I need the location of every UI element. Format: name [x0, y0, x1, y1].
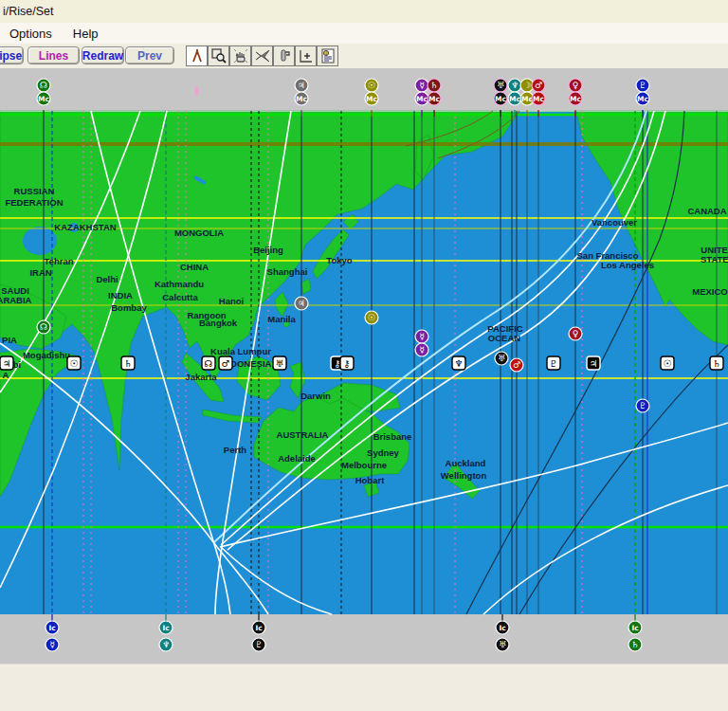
map-label: Jakarta	[185, 372, 217, 382]
svg-text:♃: ♃	[298, 299, 305, 308]
roller-tool-icon[interactable]	[273, 46, 295, 66]
map-label: Shanghai	[267, 266, 308, 277]
svg-text:☉: ☉	[70, 358, 79, 369]
zenith-marker: ☿	[415, 343, 428, 356]
zenith-marker: ☉	[365, 311, 378, 324]
prev-button[interactable]: Prev	[125, 46, 174, 64]
svg-text:♄: ♄	[631, 640, 639, 649]
svg-text:☿: ☿	[419, 332, 425, 341]
map-label: Los Angeles	[601, 260, 654, 270]
taskbar	[0, 664, 728, 711]
menu-options[interactable]: Options	[0, 25, 62, 43]
svg-text:☊: ☊	[40, 322, 47, 332]
planet-line-box: ☊	[202, 356, 215, 370]
map-label: KAZAKHSTAN	[54, 222, 116, 232]
menu-help[interactable]: Help	[64, 25, 108, 43]
svg-text:♅: ♅	[499, 640, 506, 649]
svg-text:i: i	[325, 50, 326, 56]
plane-tool-icon[interactable]	[251, 46, 273, 66]
planet-line-box: ♃	[0, 356, 13, 370]
crosshair-tool-icon[interactable]	[295, 46, 317, 66]
svg-text:♂: ♂	[222, 358, 230, 369]
map-label: AUSTRALIA	[277, 429, 329, 440]
map-label: Delhi	[96, 274, 118, 284]
svg-text:☿: ☿	[49, 640, 55, 649]
map-label: OCEAN	[488, 333, 520, 343]
svg-text:♂: ♂	[535, 81, 542, 90]
map-label: Perth	[224, 445, 246, 455]
svg-text:⚷: ⚷	[343, 358, 350, 369]
svg-text:♃: ♃	[3, 358, 11, 369]
svg-text:Mc: Mc	[533, 95, 544, 103]
map-label: Brisbane	[373, 431, 412, 442]
svg-text:♇: ♇	[639, 81, 646, 90]
map-label: Manila	[267, 314, 296, 324]
map-label: Tehran	[45, 256, 74, 266]
svg-text:♅: ♅	[497, 81, 504, 90]
zenith-marker: ♅	[495, 352, 508, 365]
info-doc-icon[interactable]: i	[317, 46, 338, 66]
map-label: Melbourne	[341, 460, 387, 470]
map-label: Kuala Lumpur	[210, 346, 271, 356]
planet-line-box: ☉	[67, 356, 81, 370]
svg-text:☿: ☿	[419, 81, 425, 90]
svg-text:Mc: Mc	[366, 95, 377, 103]
svg-text:♇: ♇	[639, 401, 646, 410]
svg-text:Mc: Mc	[495, 95, 506, 103]
svg-text:☉: ☉	[368, 81, 375, 90]
zoom-tool-icon[interactable]	[208, 46, 229, 66]
map-label: IRAN	[29, 267, 51, 278]
svg-text:Mc: Mc	[428, 95, 440, 103]
screen: { "window": { "title": "i/Rise/Set" }, "…	[0, 0, 728, 711]
map-label: Vancouver	[592, 217, 637, 228]
svg-text:♄: ♄	[124, 358, 133, 369]
svg-text:Mc: Mc	[521, 95, 533, 103]
pan-hand-icon[interactable]	[229, 46, 251, 66]
svg-text:Ic: Ic	[631, 624, 638, 632]
planet-line-box: ♄	[121, 356, 135, 370]
map-label: Hobart	[355, 475, 385, 485]
zenith-marker: ♂	[510, 358, 523, 372]
map-label: PIA	[2, 335, 17, 345]
svg-text:Ic: Ic	[162, 624, 169, 632]
zenith-marker: ♀	[569, 327, 582, 340]
svg-text:Ic: Ic	[255, 624, 262, 632]
zenith-marker: ☿	[415, 330, 428, 343]
divider-tool-icon[interactable]	[186, 46, 208, 66]
svg-text:♇: ♇	[550, 358, 558, 369]
window-titlebar[interactable]: i/Rise/Set	[0, 0, 728, 23]
map-label: Adelaide	[278, 453, 316, 464]
svg-text:☉: ☉	[664, 358, 672, 369]
svg-text:♆: ♆	[511, 81, 519, 90]
svg-text:♀: ♀	[573, 81, 579, 90]
map-label: Sydney	[367, 447, 400, 458]
map-label: CANADA	[687, 206, 726, 216]
map-label: INDIA	[108, 290, 133, 301]
planet-line-box: ♅	[273, 356, 286, 370]
svg-text:Mc: Mc	[509, 95, 520, 103]
svg-text:☿: ☿	[419, 345, 425, 355]
svg-text:Mc: Mc	[38, 95, 49, 103]
zenith-marker: ♃	[295, 297, 308, 310]
world-map-svg[interactable]: RUSSIANFEDERATIONKAZAKHSTANMONGOLIATehra…	[0, 68, 728, 664]
map-bottom-margin	[0, 614, 728, 664]
svg-text:Mc: Mc	[296, 95, 307, 103]
svg-text:♆: ♆	[455, 358, 464, 369]
map-label: Darwin	[300, 391, 331, 401]
svg-text:☽: ☽	[523, 81, 531, 90]
svg-text:♄: ♄	[430, 81, 438, 90]
tool-icon-group: i	[186, 44, 347, 68]
svg-text:Mc: Mc	[416, 95, 428, 103]
svg-text:♅: ♅	[276, 358, 284, 369]
map-label: bi	[13, 359, 21, 370]
redraw-button[interactable]: Redraw	[82, 46, 124, 64]
map-label: Hanoi	[219, 296, 244, 306]
planet-line-box: ♂	[219, 356, 232, 370]
svg-text:Ic: Ic	[48, 624, 55, 632]
lipse-button[interactable]: lipse	[0, 46, 24, 64]
svg-text:Ic: Ic	[499, 624, 505, 632]
planet-line-box: ⚷	[340, 356, 354, 370]
lines-button[interactable]: Lines	[27, 46, 80, 64]
svg-text:♅: ♅	[498, 354, 505, 363]
astro-map[interactable]: RUSSIANFEDERATIONKAZAKHSTANMONGOLIATehra…	[0, 68, 728, 664]
